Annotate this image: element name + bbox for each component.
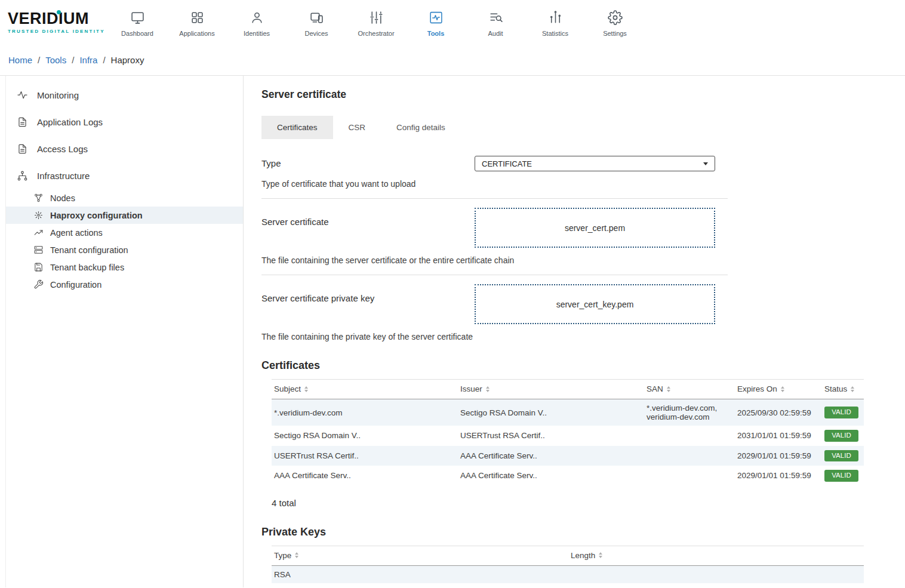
sidebar-item-application-logs[interactable]: Application Logs <box>6 109 243 136</box>
application-logs-icon <box>17 116 28 128</box>
select-value: CERTIFICATE <box>482 159 532 168</box>
type-cell: RSA <box>272 565 568 583</box>
sidebar-item-label: Infrastructure <box>37 171 90 181</box>
private-keys-header-row: Type Length <box>272 546 864 565</box>
status-badge: VALID <box>824 407 858 418</box>
server-certificate-filename: server_cert.pem <box>565 223 625 233</box>
dashboard-icon <box>130 10 145 25</box>
issuer-column-header[interactable]: Issuer <box>460 384 490 393</box>
content-row: Monitoring Application Logs Access Logs … <box>0 75 905 587</box>
nav-item-dashboard[interactable]: Dashboard <box>107 8 167 37</box>
table-row: AAA Certificate Serv.. AAA Certificate S… <box>272 466 864 486</box>
sidebar-item-configuration[interactable]: Configuration <box>6 276 243 293</box>
access-logs-icon <box>17 143 28 155</box>
type-row: Type CERTIFICATE <box>261 156 728 171</box>
tab-csr[interactable]: CSR <box>333 116 381 139</box>
nav-item-label: Dashboard <box>121 30 153 37</box>
nav-item-label: Applications <box>179 30 214 37</box>
haproxy-configuration-icon <box>33 210 44 220</box>
nav-item-orchestrator[interactable]: Orchestrator <box>346 8 406 37</box>
page-title: Server certificate <box>261 88 905 101</box>
sidebar-item-tenant-backup-files[interactable]: Tenant backup files <box>6 258 243 276</box>
nav-item-audit[interactable]: Audit <box>466 8 525 37</box>
subject-column-header[interactable]: Subject <box>274 384 308 393</box>
sidebar-item-label: Tenant configuration <box>50 245 128 255</box>
status-column-header[interactable]: Status <box>824 384 854 393</box>
server-certificate-row: Server certificate server_cert.pem <box>261 208 728 248</box>
sort-icon[interactable] <box>304 386 308 392</box>
orchestrator-icon <box>369 10 384 25</box>
issuer-cell: AAA Certificate Serv.. <box>458 446 644 466</box>
devices-icon <box>309 10 324 25</box>
type-help-text: Type of certificate that you want to upl… <box>261 179 728 189</box>
nav-item-devices[interactable]: Devices <box>287 8 346 37</box>
sidebar-item-nodes[interactable]: Nodes <box>6 189 243 207</box>
breadcrumb: Home / Tools / Infra / Haproxy <box>0 45 905 75</box>
tab-config-details[interactable]: Config details <box>381 116 461 139</box>
sidebar-item-monitoring[interactable]: Monitoring <box>6 82 243 109</box>
applications-icon <box>190 10 205 25</box>
certificates-table-wrap: Subject Issuer SAN Expires On Status *.v… <box>272 379 905 486</box>
logo-tagline: TRUSTED DIGITAL IDENTITY <box>8 29 107 34</box>
nav-item-settings[interactable]: Settings <box>585 8 645 37</box>
table-row: RSA <box>272 565 864 583</box>
nav-item-label: Devices <box>304 30 328 37</box>
sidebar-item-infrastructure[interactable]: Infrastructure <box>6 162 243 189</box>
tools-icon <box>429 10 444 25</box>
certificates-heading: Certificates <box>261 359 905 372</box>
status-cell: VALID <box>822 426 864 446</box>
sort-icon[interactable] <box>486 386 490 392</box>
monitoring-icon <box>17 90 28 101</box>
configuration-icon <box>33 279 44 290</box>
private-keys-heading: Private Keys <box>261 526 905 538</box>
subject-cell: AAA Certificate Serv.. <box>272 466 458 486</box>
server-certificate-label: Server certificate <box>261 208 475 248</box>
sort-icon[interactable] <box>667 386 670 392</box>
length-column-header[interactable]: Length <box>571 551 602 560</box>
breadcrumb-tools[interactable]: Tools <box>45 55 66 65</box>
sidebar-item-agent-actions[interactable]: Agent actions <box>6 224 243 241</box>
tenant-backup-files-icon <box>33 262 44 272</box>
sidebar-item-label: Nodes <box>50 193 75 203</box>
sort-icon[interactable] <box>781 386 784 392</box>
expires-on-column-header[interactable]: Expires On <box>737 384 784 393</box>
tabs: Certificates CSR Config details <box>261 116 905 139</box>
san-column-header[interactable]: SAN <box>647 384 670 393</box>
sidebar-item-haproxy-configuration[interactable]: Haproxy configuration <box>6 207 243 224</box>
nav-item-label: Orchestrator <box>358 30 394 37</box>
tab-certificates[interactable]: Certificates <box>261 116 333 139</box>
sort-icon[interactable] <box>295 552 298 558</box>
nav-item-applications[interactable]: Applications <box>167 8 227 37</box>
breadcrumb-home[interactable]: Home <box>8 55 32 65</box>
certificate-form: Type CERTIFICATE Type of certificate tha… <box>261 156 728 341</box>
nav-item-statistics[interactable]: Statistics <box>525 8 585 37</box>
status-badge: VALID <box>824 470 858 482</box>
tenant-configuration-icon <box>33 245 44 255</box>
sidebar-item-label: Monitoring <box>37 90 79 100</box>
veridium-logo[interactable]: VERIDIUM TRUSTED DIGITAL IDENTITY <box>0 11 107 34</box>
certificates-header-row: Subject Issuer SAN Expires On Status <box>272 380 864 399</box>
server-certificate-upload[interactable]: server_cert.pem <box>475 208 715 248</box>
statistics-icon <box>548 10 563 25</box>
issuer-cell: USERTrust RSA Certif.. <box>458 426 644 446</box>
sidebar-item-access-logs[interactable]: Access Logs <box>6 136 243 162</box>
chevron-down-icon <box>703 162 708 165</box>
divider <box>261 275 728 275</box>
sort-icon[interactable] <box>599 552 602 558</box>
certificates-total: 4 total <box>272 498 905 508</box>
private-key-upload[interactable]: server_cert_key.pem <box>475 284 715 324</box>
sidebar-item-label: Application Logs <box>37 117 103 127</box>
main-panel: Server certificate Certificates CSR Conf… <box>244 76 905 587</box>
breadcrumb-infra[interactable]: Infra <box>79 55 97 65</box>
type-column-header[interactable]: Type <box>274 551 298 560</box>
expires-cell: 2031/01/01 01:59:59 <box>735 426 822 446</box>
status-cell: VALID <box>822 399 864 426</box>
sort-icon[interactable] <box>851 386 854 392</box>
nav-item-tools[interactable]: Tools <box>406 8 466 37</box>
certificate-type-select[interactable]: CERTIFICATE <box>475 156 715 171</box>
nav-item-label: Audit <box>488 30 503 37</box>
nav-item-identities[interactable]: Identities <box>227 8 287 37</box>
sidebar-item-tenant-configuration[interactable]: Tenant configuration <box>6 241 243 258</box>
issuer-cell: Sectigo RSA Domain V.. <box>458 399 644 426</box>
subject-cell: *.veridium-dev.com <box>272 399 458 426</box>
